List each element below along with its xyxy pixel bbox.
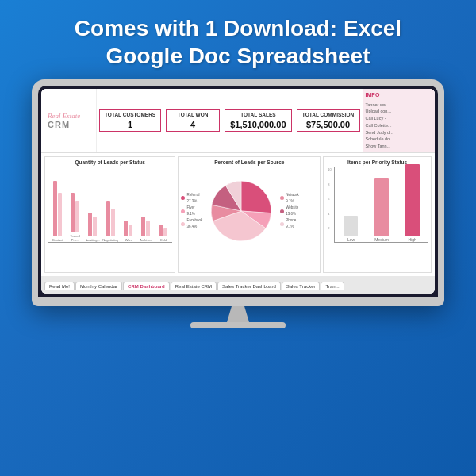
priority-bar-group: High bbox=[399, 164, 425, 242]
bar-group: Cold bbox=[155, 225, 171, 242]
charts-area: Quantity of Leads per Status ContactTour… bbox=[41, 153, 435, 276]
bar-chart-bars: ContactToured Pro...Awaiting...Negotiati… bbox=[48, 167, 172, 243]
pie-legend: Referral27.3%Flyer9.1%Facebook36.4% bbox=[181, 192, 202, 231]
stat-box: TOTAL WON4 bbox=[166, 109, 220, 132]
headline-line1: Comes with 1 Download: Excel bbox=[75, 14, 401, 42]
pie-chart-title: Percent of Leads per Source bbox=[181, 159, 317, 165]
bar-group: Negotiating bbox=[102, 201, 118, 242]
headline: Comes with 1 Download: Excel Google Doc … bbox=[59, 0, 417, 79]
monitor-chin bbox=[38, 297, 438, 306]
crm-logo: Real Estate CRM bbox=[41, 89, 97, 152]
spreadsheet-tab[interactable]: Sales Tracker bbox=[282, 282, 321, 290]
bar-chart-title: Quantity of Leads per Status bbox=[48, 159, 172, 165]
spreadsheet-tab[interactable]: CRM Dashboard bbox=[123, 282, 170, 290]
spreadsheet-tab[interactable]: Tran... bbox=[321, 282, 344, 290]
bar-group: Won bbox=[121, 221, 136, 242]
bar-group: Toured Pro... bbox=[67, 193, 83, 242]
impo-lines: Tanner wa...Upload con...Call Lucy -Call… bbox=[366, 102, 432, 151]
monitor-screen: Real Estate CRM TOTAL CUSTOMERS1TOTAL WO… bbox=[41, 89, 435, 294]
stat-box: TOTAL SALES$1,510,000.00 bbox=[225, 109, 291, 132]
monitor: Real Estate CRM TOTAL CUSTOMERS1TOTAL WO… bbox=[32, 79, 444, 306]
crm-label: CRM bbox=[48, 120, 70, 129]
pie-legend-right: Network9.1%Website13.6%Phone9.1% bbox=[280, 192, 299, 231]
pie-svg bbox=[205, 175, 277, 247]
headline-line2: Google Doc Spreadsheet bbox=[75, 42, 401, 70]
monitor-stand-neck bbox=[222, 306, 254, 322]
spreadsheet-tab[interactable]: Read Me! bbox=[44, 282, 75, 290]
spreadsheet-tab[interactable]: Sales Tracker Dashboard bbox=[217, 282, 281, 290]
screen-bezel: Real Estate CRM TOTAL CUSTOMERS1TOTAL WO… bbox=[38, 86, 438, 297]
priority-bar-group: Medium bbox=[369, 178, 395, 242]
spreadsheet-header: Real Estate CRM TOTAL CUSTOMERS1TOTAL WO… bbox=[41, 89, 435, 153]
stat-box: TOTAL CUSTOMERS1 bbox=[99, 109, 161, 132]
priority-bar-group: Low bbox=[338, 216, 364, 242]
bar-group: Contact bbox=[50, 181, 65, 242]
real-estate-label: Real Estate bbox=[48, 112, 80, 121]
priority-bars: LowMediumHigh bbox=[334, 167, 428, 243]
bar-group: Archived bbox=[138, 217, 153, 242]
pie-chart-box: Percent of Leads per Source Referral27.3… bbox=[178, 156, 321, 273]
y-axis-labels: 10 8 6 4 2 bbox=[328, 167, 331, 230]
impo-title: IMPO bbox=[366, 91, 432, 100]
bar-chart-box: Quantity of Leads per Status ContactTour… bbox=[44, 156, 175, 273]
bar-group: Awaiting... bbox=[85, 213, 100, 242]
priority-chart-box: Items per Priority Status 10 8 6 4 2 Low… bbox=[323, 156, 432, 273]
stat-box: TOTAL COMMISSION$75,500.00 bbox=[297, 109, 360, 132]
impo-column: IMPO Tanner wa...Upload con...Call Lucy … bbox=[363, 89, 435, 152]
spreadsheet-tab[interactable]: Monthly Calendar bbox=[75, 282, 122, 290]
pie-container: Referral27.3%Flyer9.1%Facebook36.4% Netw… bbox=[181, 167, 317, 255]
tab-bar: Read Me!Monthly CalendarCRM DashboardRea… bbox=[41, 276, 435, 294]
monitor-stand-base bbox=[190, 322, 286, 328]
spreadsheet-tab[interactable]: Real Estate CRM bbox=[171, 282, 217, 290]
